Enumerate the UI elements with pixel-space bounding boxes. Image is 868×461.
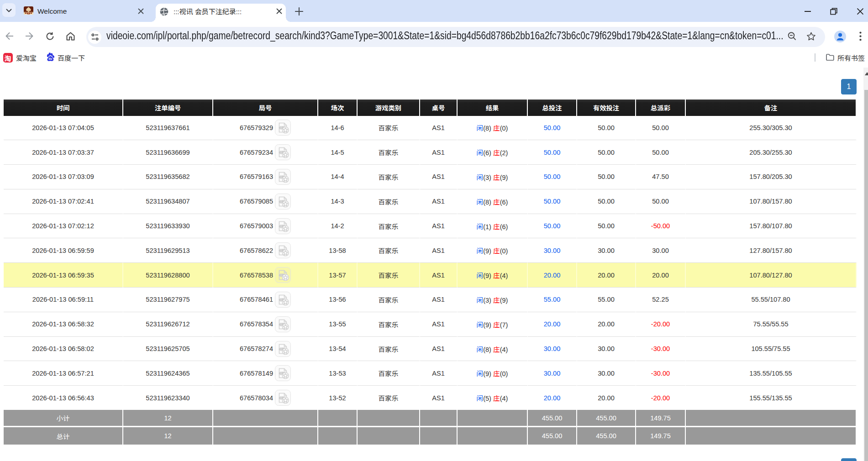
svg-text:du: du: [48, 57, 52, 60]
